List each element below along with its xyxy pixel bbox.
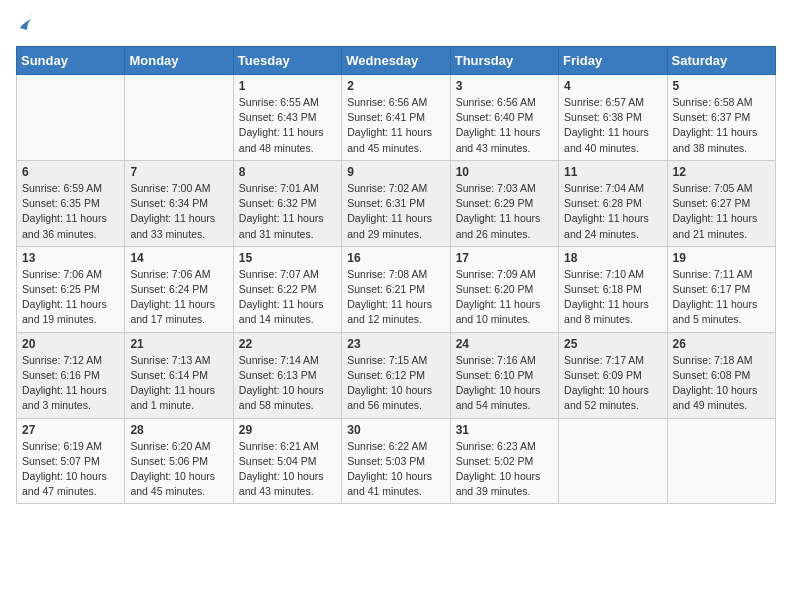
calendar-cell: 20Sunrise: 7:12 AMSunset: 6:16 PMDayligh… — [17, 332, 125, 418]
calendar-cell: 25Sunrise: 7:17 AMSunset: 6:09 PMDayligh… — [559, 332, 667, 418]
calendar-cell: 13Sunrise: 7:06 AMSunset: 6:25 PMDayligh… — [17, 246, 125, 332]
calendar-cell: 2Sunrise: 6:56 AMSunset: 6:41 PMDaylight… — [342, 75, 450, 161]
calendar-cell: 11Sunrise: 7:04 AMSunset: 6:28 PMDayligh… — [559, 160, 667, 246]
weekday-header-friday: Friday — [559, 47, 667, 75]
calendar-cell: 15Sunrise: 7:07 AMSunset: 6:22 PMDayligh… — [233, 246, 341, 332]
calendar-week-2: 6Sunrise: 6:59 AMSunset: 6:35 PMDaylight… — [17, 160, 776, 246]
day-info: Sunrise: 6:23 AMSunset: 5:02 PMDaylight:… — [456, 439, 553, 500]
day-number: 27 — [22, 423, 119, 437]
calendar-cell: 21Sunrise: 7:13 AMSunset: 6:14 PMDayligh… — [125, 332, 233, 418]
day-number: 18 — [564, 251, 661, 265]
day-number: 16 — [347, 251, 444, 265]
calendar-cell: 23Sunrise: 7:15 AMSunset: 6:12 PMDayligh… — [342, 332, 450, 418]
day-info: Sunrise: 6:22 AMSunset: 5:03 PMDaylight:… — [347, 439, 444, 500]
calendar-week-5: 27Sunrise: 6:19 AMSunset: 5:07 PMDayligh… — [17, 418, 776, 504]
calendar-cell: 8Sunrise: 7:01 AMSunset: 6:32 PMDaylight… — [233, 160, 341, 246]
day-info: Sunrise: 7:14 AMSunset: 6:13 PMDaylight:… — [239, 353, 336, 414]
day-number: 4 — [564, 79, 661, 93]
calendar-cell: 14Sunrise: 7:06 AMSunset: 6:24 PMDayligh… — [125, 246, 233, 332]
day-number: 26 — [673, 337, 770, 351]
calendar-cell — [17, 75, 125, 161]
calendar-cell: 10Sunrise: 7:03 AMSunset: 6:29 PMDayligh… — [450, 160, 558, 246]
calendar-week-4: 20Sunrise: 7:12 AMSunset: 6:16 PMDayligh… — [17, 332, 776, 418]
calendar-cell: 18Sunrise: 7:10 AMSunset: 6:18 PMDayligh… — [559, 246, 667, 332]
day-number: 29 — [239, 423, 336, 437]
day-number: 6 — [22, 165, 119, 179]
day-info: Sunrise: 7:04 AMSunset: 6:28 PMDaylight:… — [564, 181, 661, 242]
day-number: 9 — [347, 165, 444, 179]
calendar-cell: 29Sunrise: 6:21 AMSunset: 5:04 PMDayligh… — [233, 418, 341, 504]
calendar-week-3: 13Sunrise: 7:06 AMSunset: 6:25 PMDayligh… — [17, 246, 776, 332]
calendar-cell — [125, 75, 233, 161]
calendar-cell — [559, 418, 667, 504]
day-info: Sunrise: 7:18 AMSunset: 6:08 PMDaylight:… — [673, 353, 770, 414]
day-number: 30 — [347, 423, 444, 437]
day-info: Sunrise: 7:10 AMSunset: 6:18 PMDaylight:… — [564, 267, 661, 328]
day-info: Sunrise: 6:59 AMSunset: 6:35 PMDaylight:… — [22, 181, 119, 242]
day-number: 8 — [239, 165, 336, 179]
day-info: Sunrise: 7:12 AMSunset: 6:16 PMDaylight:… — [22, 353, 119, 414]
day-number: 31 — [456, 423, 553, 437]
day-number: 19 — [673, 251, 770, 265]
calendar-cell: 28Sunrise: 6:20 AMSunset: 5:06 PMDayligh… — [125, 418, 233, 504]
day-number: 20 — [22, 337, 119, 351]
day-number: 24 — [456, 337, 553, 351]
logo-bird-icon — [18, 14, 32, 32]
calendar-cell: 16Sunrise: 7:08 AMSunset: 6:21 PMDayligh… — [342, 246, 450, 332]
calendar-cell: 1Sunrise: 6:55 AMSunset: 6:43 PMDaylight… — [233, 75, 341, 161]
day-number: 3 — [456, 79, 553, 93]
day-info: Sunrise: 6:55 AMSunset: 6:43 PMDaylight:… — [239, 95, 336, 156]
calendar-cell: 22Sunrise: 7:14 AMSunset: 6:13 PMDayligh… — [233, 332, 341, 418]
logo — [16, 16, 32, 34]
calendar-cell: 5Sunrise: 6:58 AMSunset: 6:37 PMDaylight… — [667, 75, 775, 161]
day-info: Sunrise: 7:15 AMSunset: 6:12 PMDaylight:… — [347, 353, 444, 414]
calendar-week-1: 1Sunrise: 6:55 AMSunset: 6:43 PMDaylight… — [17, 75, 776, 161]
day-info: Sunrise: 7:16 AMSunset: 6:10 PMDaylight:… — [456, 353, 553, 414]
day-info: Sunrise: 7:11 AMSunset: 6:17 PMDaylight:… — [673, 267, 770, 328]
calendar-cell: 4Sunrise: 6:57 AMSunset: 6:38 PMDaylight… — [559, 75, 667, 161]
day-info: Sunrise: 7:09 AMSunset: 6:20 PMDaylight:… — [456, 267, 553, 328]
day-number: 17 — [456, 251, 553, 265]
calendar-cell: 7Sunrise: 7:00 AMSunset: 6:34 PMDaylight… — [125, 160, 233, 246]
day-info: Sunrise: 6:56 AMSunset: 6:41 PMDaylight:… — [347, 95, 444, 156]
day-number: 10 — [456, 165, 553, 179]
day-info: Sunrise: 6:58 AMSunset: 6:37 PMDaylight:… — [673, 95, 770, 156]
calendar-cell: 12Sunrise: 7:05 AMSunset: 6:27 PMDayligh… — [667, 160, 775, 246]
calendar-cell: 19Sunrise: 7:11 AMSunset: 6:17 PMDayligh… — [667, 246, 775, 332]
weekday-header-sunday: Sunday — [17, 47, 125, 75]
day-info: Sunrise: 7:13 AMSunset: 6:14 PMDaylight:… — [130, 353, 227, 414]
day-info: Sunrise: 6:21 AMSunset: 5:04 PMDaylight:… — [239, 439, 336, 500]
day-info: Sunrise: 7:06 AMSunset: 6:24 PMDaylight:… — [130, 267, 227, 328]
day-number: 23 — [347, 337, 444, 351]
calendar-cell: 3Sunrise: 6:56 AMSunset: 6:40 PMDaylight… — [450, 75, 558, 161]
day-number: 12 — [673, 165, 770, 179]
day-info: Sunrise: 7:08 AMSunset: 6:21 PMDaylight:… — [347, 267, 444, 328]
day-number: 13 — [22, 251, 119, 265]
calendar-cell: 6Sunrise: 6:59 AMSunset: 6:35 PMDaylight… — [17, 160, 125, 246]
calendar-cell: 17Sunrise: 7:09 AMSunset: 6:20 PMDayligh… — [450, 246, 558, 332]
day-info: Sunrise: 7:02 AMSunset: 6:31 PMDaylight:… — [347, 181, 444, 242]
day-number: 2 — [347, 79, 444, 93]
calendar-cell — [667, 418, 775, 504]
day-info: Sunrise: 7:06 AMSunset: 6:25 PMDaylight:… — [22, 267, 119, 328]
day-number: 21 — [130, 337, 227, 351]
day-info: Sunrise: 6:19 AMSunset: 5:07 PMDaylight:… — [22, 439, 119, 500]
day-number: 11 — [564, 165, 661, 179]
day-number: 28 — [130, 423, 227, 437]
day-info: Sunrise: 7:05 AMSunset: 6:27 PMDaylight:… — [673, 181, 770, 242]
page-header — [16, 16, 776, 34]
weekday-header-row: SundayMondayTuesdayWednesdayThursdayFrid… — [17, 47, 776, 75]
calendar-cell: 9Sunrise: 7:02 AMSunset: 6:31 PMDaylight… — [342, 160, 450, 246]
day-number: 15 — [239, 251, 336, 265]
day-info: Sunrise: 7:03 AMSunset: 6:29 PMDaylight:… — [456, 181, 553, 242]
day-info: Sunrise: 7:01 AMSunset: 6:32 PMDaylight:… — [239, 181, 336, 242]
calendar-cell: 30Sunrise: 6:22 AMSunset: 5:03 PMDayligh… — [342, 418, 450, 504]
day-number: 25 — [564, 337, 661, 351]
calendar-cell: 31Sunrise: 6:23 AMSunset: 5:02 PMDayligh… — [450, 418, 558, 504]
day-info: Sunrise: 6:57 AMSunset: 6:38 PMDaylight:… — [564, 95, 661, 156]
weekday-header-thursday: Thursday — [450, 47, 558, 75]
day-number: 1 — [239, 79, 336, 93]
day-number: 5 — [673, 79, 770, 93]
day-info: Sunrise: 6:20 AMSunset: 5:06 PMDaylight:… — [130, 439, 227, 500]
calendar-table: SundayMondayTuesdayWednesdayThursdayFrid… — [16, 46, 776, 504]
